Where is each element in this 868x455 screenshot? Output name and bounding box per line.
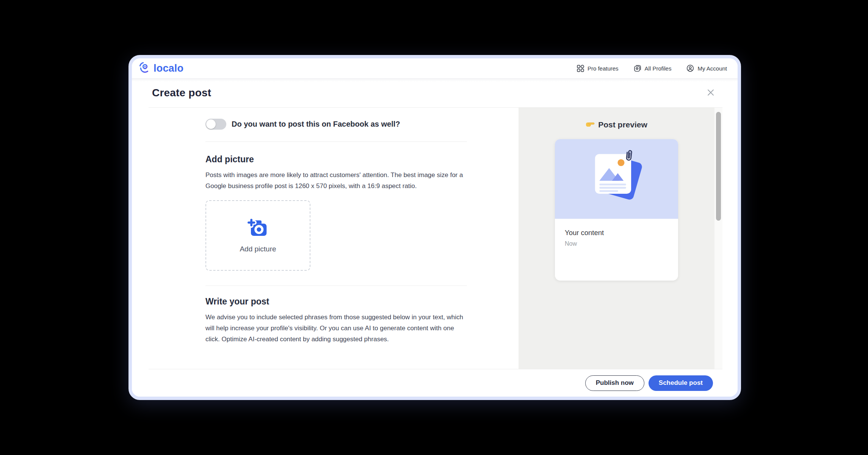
upload-box-label: Add picture xyxy=(240,245,276,253)
preview-image-placeholder xyxy=(555,139,678,219)
nav-all-profiles-label: All Profiles xyxy=(645,65,672,72)
post-preview-card: Your content Now xyxy=(555,139,678,281)
localo-logo-text: localo xyxy=(154,63,183,74)
write-post-heading: Write your post xyxy=(205,296,467,307)
add-picture-upload-box[interactable]: Add picture xyxy=(205,200,310,271)
localo-logo-icon xyxy=(139,61,151,75)
post-form-column: Do you want to post this on Facebook as … xyxy=(149,108,519,369)
post-preview-title: Post preview xyxy=(586,120,647,129)
facebook-toggle-row: Do you want to post this on Facebook as … xyxy=(205,119,467,130)
user-circle-icon xyxy=(686,64,694,72)
post-preview-label: Post preview xyxy=(598,120,647,129)
preview-content-title: Your content xyxy=(565,229,668,237)
preview-time-label: Now xyxy=(565,240,668,247)
preview-card-body: Your content Now xyxy=(555,219,678,247)
localo-logo[interactable]: localo xyxy=(139,61,183,75)
scrollbar-thumb[interactable] xyxy=(716,112,721,221)
nav-my-account-label: My Account xyxy=(697,65,727,72)
pointing-right-emoji xyxy=(586,120,595,129)
nav-all-profiles[interactable]: All Profiles xyxy=(634,64,672,72)
section-divider xyxy=(205,141,467,142)
facebook-toggle[interactable] xyxy=(205,119,226,130)
profiles-pin-icon xyxy=(634,64,641,72)
close-icon xyxy=(706,88,715,98)
close-button[interactable] xyxy=(705,87,716,99)
camera-plus-icon xyxy=(247,218,269,240)
nav-my-account[interactable]: My Account xyxy=(686,64,727,72)
schedule-post-button[interactable]: Schedule post xyxy=(649,375,713,391)
nav-pro-features[interactable]: Pro features xyxy=(577,65,619,72)
toggle-knob xyxy=(206,119,216,129)
modal-content: Do you want to post this on Facebook as … xyxy=(149,107,722,369)
add-picture-description: Posts with images are more likely to att… xyxy=(205,169,467,191)
post-with-paperclip-illustration xyxy=(584,147,649,210)
top-nav-menu: Pro features All Profiles xyxy=(577,64,727,72)
section-divider xyxy=(205,286,467,286)
top-nav-bar: localo Pro features xyxy=(132,58,738,78)
scrollbar-track xyxy=(714,108,722,369)
facebook-toggle-label: Do you want to post this on Facebook as … xyxy=(232,120,400,129)
add-picture-heading: Add picture xyxy=(205,154,467,165)
publish-now-button[interactable]: Publish now xyxy=(585,375,644,391)
page-title: Create post xyxy=(152,87,211,99)
modal-header: Create post xyxy=(132,78,738,107)
app-window: localo Pro features xyxy=(128,55,741,400)
modal-footer: Publish now Schedule post xyxy=(132,369,738,397)
post-preview-panel: Post preview xyxy=(519,108,714,369)
nav-pro-features-label: Pro features xyxy=(588,65,619,72)
write-post-description: We advise you to include selected phrase… xyxy=(205,312,467,345)
grid-icon xyxy=(577,65,584,72)
